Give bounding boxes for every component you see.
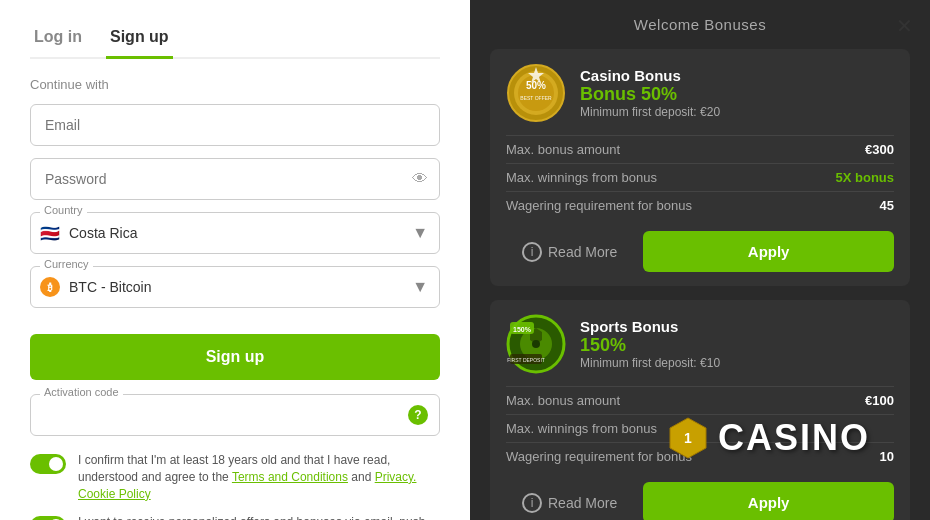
sports-bonus-name: Sports Bonus (580, 318, 720, 335)
casino-info-icon: i (522, 242, 542, 262)
casino-row-3: Wagering requirement for bonus 45 (506, 191, 894, 219)
country-label: Country (40, 204, 87, 216)
terms-label: I confirm that I'm at least 18 years old… (78, 452, 440, 502)
signup-panel: ✕ Log in Sign up Continue with 👁 Country… (0, 0, 470, 520)
activation-help-icon[interactable]: ? (408, 405, 428, 425)
casino-bonus-min: Minimum first deposit: €20 (580, 105, 720, 119)
sports-bonus-percent: 150% (580, 335, 720, 356)
offers-toggle-row: I want to receive personalized offers an… (30, 514, 440, 520)
offers-label: I want to receive personalized offers an… (78, 514, 440, 520)
sports-read-more-label: Read More (548, 495, 617, 511)
activation-input[interactable] (30, 394, 440, 436)
casino-bonus-info: Casino Bonus Bonus 50% Minimum first dep… (580, 67, 720, 119)
tab-signup[interactable]: Sign up (106, 20, 173, 59)
tabs: Log in Sign up (30, 20, 440, 59)
continue-label: Continue with (30, 77, 440, 92)
activation-field-container: Activation code ? (30, 394, 440, 436)
svg-text:BEST OFFER: BEST OFFER (520, 95, 552, 101)
bonuses-title: Welcome Bonuses (490, 16, 910, 33)
country-flag: 🇨🇷 (40, 224, 60, 243)
sports-bonus-header: 150% FIRST DEPOSIT Sports Bonus 150% Min… (506, 314, 894, 374)
password-field-container: 👁 (30, 158, 440, 200)
casino-bonus-percent: Bonus 50% (580, 84, 720, 105)
sports-apply-button[interactable]: Apply (643, 482, 894, 520)
cookie-policy-link[interactable]: Cookie Policy (78, 487, 151, 501)
casino-text: CASINO (718, 417, 870, 459)
terms-toggle[interactable] (30, 454, 66, 474)
svg-text:50%: 50% (526, 80, 546, 91)
sports-bonus-card: 150% FIRST DEPOSIT Sports Bonus 150% Min… (490, 300, 910, 520)
password-toggle-icon[interactable]: 👁 (412, 170, 428, 188)
terms-toggle-row: I confirm that I'm at least 18 years old… (30, 452, 440, 502)
password-input[interactable] (30, 158, 440, 200)
currency-label: Currency (40, 258, 93, 270)
casino-logo-icon: 1 (666, 416, 710, 460)
country-field-container: Country 🇨🇷 Costa Rica United States Germ… (30, 212, 440, 254)
signup-button[interactable]: Sign up (30, 334, 440, 380)
sports-info-icon: i (522, 493, 542, 513)
sports-read-more-button[interactable]: i Read More (506, 483, 633, 521)
casino-bonus-header: 50% BEST OFFER Casino Bonus Bonus 50% Mi… (506, 63, 894, 123)
casino-bonus-card: 50% BEST OFFER Casino Bonus Bonus 50% Mi… (490, 49, 910, 286)
casino-read-more-label: Read More (548, 244, 617, 260)
svg-text:FIRST DEPOSIT: FIRST DEPOSIT (507, 357, 545, 363)
activation-code-label: Activation code (40, 386, 123, 398)
sports-bonus-info: Sports Bonus 150% Minimum first deposit:… (580, 318, 720, 370)
sports-row-1: Max. bonus amount €100 (506, 386, 894, 414)
svg-text:150%: 150% (513, 326, 532, 333)
currency-select[interactable]: BTC - Bitcoin EUR - Euro USD - Dollar (30, 266, 440, 308)
tab-login[interactable]: Log in (30, 20, 86, 59)
svg-point-11 (532, 340, 540, 348)
casino-row-1: Max. bonus amount €300 (506, 135, 894, 163)
email-field-container (30, 104, 440, 146)
country-select[interactable]: Costa Rica United States Germany (30, 212, 440, 254)
btc-icon: ₿ (40, 277, 60, 297)
sports-bonus-badge: 150% FIRST DEPOSIT (506, 314, 566, 374)
terms-link[interactable]: Terms and Conditions (232, 470, 348, 484)
privacy-link[interactable]: Privacy. (375, 470, 417, 484)
currency-field-container: Currency ₿ BTC - Bitcoin EUR - Euro USD … (30, 266, 440, 308)
casino-apply-button[interactable]: Apply (643, 231, 894, 272)
casino-bonus-name: Casino Bonus (580, 67, 720, 84)
sports-bonus-min: Minimum first deposit: €10 (580, 356, 720, 370)
svg-text:1: 1 (684, 430, 692, 446)
email-input[interactable] (30, 104, 440, 146)
offers-toggle[interactable] (30, 516, 66, 520)
sports-bonus-actions: i Read More Apply (506, 482, 894, 520)
casino-read-more-button[interactable]: i Read More (506, 232, 633, 272)
casino-bonus-actions: i Read More Apply (506, 231, 894, 272)
casino-row-2: Max. winnings from bonus 5X bonus (506, 163, 894, 191)
casino-bonus-badge: 50% BEST OFFER (506, 63, 566, 123)
casino-badge: 1 CASINO (666, 416, 870, 460)
